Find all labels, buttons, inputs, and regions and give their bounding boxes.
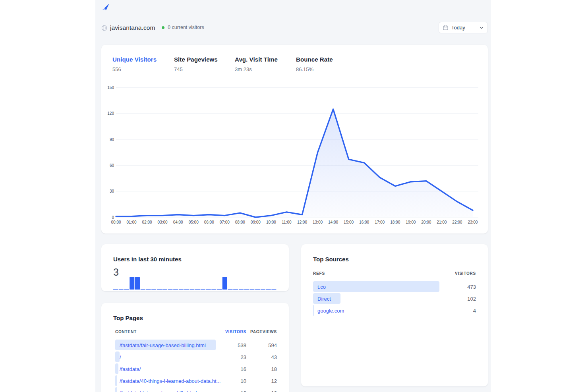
source-link[interactable]: google.com: [317, 308, 344, 314]
svg-text:11:00: 11:00: [282, 220, 292, 224]
svg-text:22:00: 22:00: [452, 220, 462, 224]
svg-text:07:00: 07:00: [220, 220, 230, 224]
page-link[interactable]: /fastdata/40-things-I-learned-about-data…: [120, 378, 220, 384]
page-row[interactable]: /fastdata/40-things-I-learned-about-data…: [101, 375, 289, 386]
svg-text:03:00: 03:00: [158, 220, 168, 224]
svg-text:05:00: 05:00: [189, 220, 199, 224]
row-value-bar: [115, 363, 118, 374]
column-visitors[interactable]: VISITORS: [455, 271, 476, 276]
svg-text:30: 30: [110, 189, 114, 193]
page-pageviews-value: 10: [271, 390, 277, 392]
svg-text:00:00: 00:00: [111, 220, 121, 224]
date-range-select[interactable]: Today: [439, 22, 488, 33]
svg-text:0: 0: [112, 215, 114, 220]
date-range-value: Today: [451, 25, 480, 31]
source-row[interactable]: google.com4: [301, 305, 488, 316]
chevron-down-icon: [480, 26, 484, 30]
page-pageviews-value: 43: [271, 354, 277, 360]
current-visitors: 0 current visitors: [162, 25, 204, 30]
page-link[interactable]: /: [120, 354, 121, 360]
globe-icon: [101, 25, 107, 31]
svg-text:08:00: 08:00: [235, 220, 245, 224]
page-visitors-value: 538: [238, 342, 246, 348]
page-link[interactable]: /fastdata/: [120, 366, 141, 372]
page-pageviews-value: 12: [271, 378, 277, 384]
logo-paper-plane-icon[interactable]: [101, 3, 110, 12]
svg-text:60: 60: [110, 163, 114, 168]
svg-text:19:00: 19:00: [406, 220, 416, 224]
last-30-minutes-bar-chart: [113, 277, 277, 290]
svg-text:90: 90: [110, 137, 114, 142]
svg-text:04:00: 04:00: [173, 220, 183, 224]
column-content: CONTENT: [115, 330, 137, 334]
top-pages-title: Top Pages: [113, 315, 143, 321]
row-value-bar: [313, 281, 439, 292]
last-30-minutes-count: 3: [113, 266, 119, 278]
page-visitors-value: 23: [241, 354, 246, 360]
source-row[interactable]: Direct102: [301, 293, 488, 304]
svg-text:18:00: 18:00: [390, 220, 400, 224]
page-link[interactable]: /fastdata/data-engineer-skills.html: [120, 390, 197, 392]
row-value-bar: [115, 387, 117, 392]
svg-text:12:00: 12:00: [297, 220, 307, 224]
current-visitors-label: 0 current visitors: [168, 25, 204, 30]
page-row[interactable]: /fastdata/1618: [101, 363, 289, 374]
site-switcher[interactable]: javisantana.com: [101, 23, 155, 32]
svg-text:21:00: 21:00: [437, 220, 447, 224]
source-link[interactable]: t.co: [317, 284, 326, 290]
page-row[interactable]: /2343: [101, 351, 289, 362]
top-sources-title: Top Sources: [313, 256, 349, 263]
top-sources-card: Top Sources REFS VISITORS t.co473Direct1…: [301, 244, 488, 386]
source-visitors-value: 102: [467, 296, 476, 302]
source-visitors-value: 4: [473, 308, 476, 314]
source-link[interactable]: Direct: [317, 296, 331, 302]
page-pageviews-value: 18: [271, 366, 277, 372]
svg-text:02:00: 02:00: [142, 220, 152, 224]
row-value-bar: [115, 351, 120, 362]
svg-text:23:00: 23:00: [468, 220, 478, 224]
svg-text:14:00: 14:00: [328, 220, 338, 224]
online-dot-icon: [162, 26, 164, 29]
svg-text:17:00: 17:00: [375, 220, 385, 224]
page-row[interactable]: /fastdata/fair-usage-based-billing.html5…: [101, 340, 289, 350]
last-30-minutes-card: Users in last 30 minutes 3: [101, 244, 289, 291]
main-chart-card: Unique Visitors 556 Site Pageviews 745 A…: [101, 45, 488, 234]
page-link[interactable]: /fastdata/fair-usage-based-billing.html: [120, 342, 206, 348]
svg-text:06:00: 06:00: [204, 220, 214, 224]
analytics-app: javisantana.com 0 current visitors Today…: [95, 0, 491, 392]
svg-text:20:00: 20:00: [421, 220, 431, 224]
site-name: javisantana.com: [110, 24, 155, 31]
source-row[interactable]: t.co473: [301, 281, 488, 292]
row-value-bar: [313, 305, 314, 316]
top-pages-card: Top Pages CONTENT VISITORS PAGEVIEWS /fa…: [101, 303, 289, 392]
svg-text:09:00: 09:00: [251, 220, 261, 224]
column-visitors-sorted[interactable]: VISITORS: [225, 330, 246, 334]
calendar-icon: [443, 25, 448, 30]
svg-text:150: 150: [107, 85, 114, 90]
svg-text:10:00: 10:00: [266, 220, 276, 224]
page-visitors-value: 10: [241, 390, 246, 392]
row-value-bar: [115, 375, 117, 386]
page-row[interactable]: /fastdata/data-engineer-skills.html1010: [101, 387, 289, 392]
last-30-minutes-title: Users in last 30 minutes: [113, 256, 182, 263]
svg-text:01:00: 01:00: [127, 220, 137, 224]
visitors-line-chart: 030609012015000:0001:0002:0003:0004:0005…: [101, 45, 488, 234]
svg-text:13:00: 13:00: [313, 220, 323, 224]
page-visitors-value: 10: [241, 378, 246, 384]
svg-text:15:00: 15:00: [344, 220, 354, 224]
column-refs: REFS: [313, 271, 325, 276]
page-pageviews-value: 594: [268, 342, 277, 348]
svg-text:16:00: 16:00: [359, 220, 369, 224]
svg-text:120: 120: [107, 111, 114, 116]
column-pageviews[interactable]: PAGEVIEWS: [250, 330, 277, 334]
source-visitors-value: 473: [467, 284, 476, 290]
page-visitors-value: 16: [241, 366, 246, 372]
